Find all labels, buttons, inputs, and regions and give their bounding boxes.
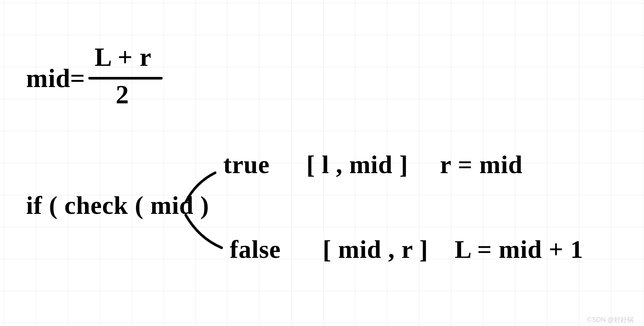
formula-denominator: 2 bbox=[116, 80, 129, 110]
watermark: CSDN @好好锅 bbox=[587, 315, 634, 324]
branch-false-interval: [ mid , r ] bbox=[323, 235, 428, 264]
branch-false-label: false bbox=[230, 235, 281, 264]
formula-numerator: L + r bbox=[95, 42, 152, 72]
formula-equals: = bbox=[70, 64, 85, 93]
if-check-mid: if ( check ( mid ) bbox=[26, 191, 209, 220]
branch-true-interval: [ l , mid ] bbox=[306, 150, 408, 179]
branch-true-update: r = mid bbox=[440, 150, 523, 179]
formula-lhs: mid bbox=[26, 64, 70, 93]
branch-true-label: true bbox=[223, 150, 270, 179]
branch-false-update: L = mid + 1 bbox=[455, 235, 583, 264]
